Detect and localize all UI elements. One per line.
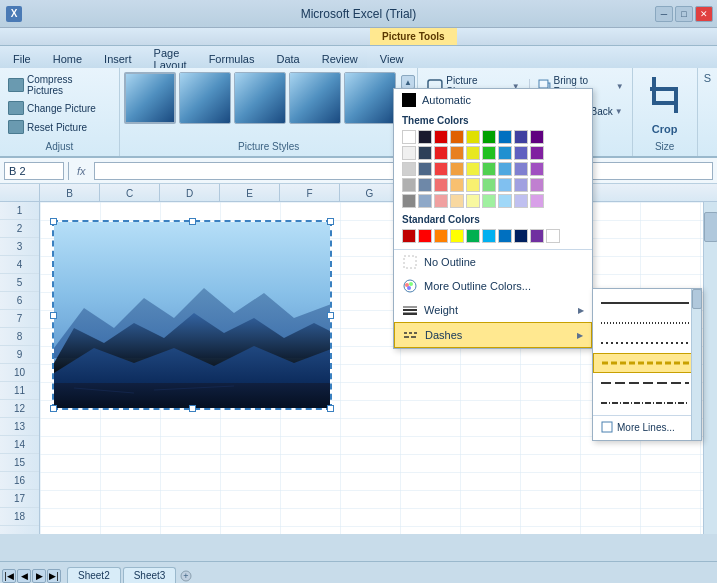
color-swatch[interactable] — [402, 130, 416, 144]
submenu-scrollbar[interactable] — [691, 289, 701, 440]
color-swatch[interactable] — [514, 194, 528, 208]
std-color-orange[interactable] — [434, 229, 448, 243]
color-swatch[interactable] — [466, 178, 480, 192]
color-swatch[interactable] — [514, 178, 528, 192]
color-swatch[interactable] — [418, 130, 432, 144]
handle-top-left[interactable] — [50, 218, 57, 225]
color-swatch[interactable] — [482, 130, 496, 144]
handle-bot-mid[interactable] — [189, 405, 196, 412]
color-swatch[interactable] — [450, 178, 464, 192]
handle-mid-right[interactable] — [327, 312, 334, 319]
menu-item-no-outline[interactable]: No Outline — [394, 250, 592, 274]
color-swatch[interactable] — [482, 178, 496, 192]
color-swatch[interactable] — [466, 194, 480, 208]
color-swatch[interactable] — [434, 162, 448, 176]
color-swatch[interactable] — [418, 194, 432, 208]
color-swatch[interactable] — [450, 194, 464, 208]
color-swatch[interactable] — [514, 162, 528, 176]
color-swatch[interactable] — [466, 146, 480, 160]
color-swatch[interactable] — [418, 178, 432, 192]
crop-button[interactable]: Crop — [646, 77, 684, 135]
tab-home2[interactable]: Home — [42, 48, 93, 68]
color-swatch[interactable] — [434, 146, 448, 160]
tab-file2[interactable]: File — [2, 48, 42, 68]
color-swatch[interactable] — [402, 178, 416, 192]
dash-solid[interactable] — [593, 293, 701, 313]
std-color-green[interactable] — [466, 229, 480, 243]
tab-pagelayout[interactable]: Page Layout — [143, 48, 198, 68]
color-swatch[interactable] — [434, 130, 448, 144]
dash-long[interactable] — [593, 373, 701, 393]
color-swatch[interactable] — [530, 146, 544, 160]
sheet-nav-next[interactable]: ▶ — [32, 569, 46, 583]
color-swatch[interactable] — [402, 146, 416, 160]
menu-item-dashes[interactable]: Dashes ▶ — [394, 322, 592, 348]
v-scroll-thumb[interactable] — [704, 212, 717, 242]
style-thumb-5[interactable] — [344, 72, 396, 124]
col-header-g[interactable]: G — [340, 184, 400, 202]
std-color-darkred[interactable] — [402, 229, 416, 243]
sheet-tab-sheet3[interactable]: Sheet3 — [123, 567, 177, 583]
col-header-f[interactable]: F — [280, 184, 340, 202]
std-color-blue[interactable] — [498, 229, 512, 243]
handle-mid-left[interactable] — [50, 312, 57, 319]
menu-item-automatic[interactable]: Automatic — [394, 89, 592, 111]
tab-review[interactable]: Review — [311, 48, 369, 68]
selected-picture[interactable] — [52, 220, 332, 410]
name-box[interactable] — [4, 162, 64, 180]
dash-dot[interactable] — [593, 393, 701, 413]
color-swatch[interactable] — [402, 162, 416, 176]
color-swatch[interactable] — [482, 162, 496, 176]
color-swatch[interactable] — [498, 194, 512, 208]
sheet-nav-first[interactable]: |◀ — [2, 569, 16, 583]
style-thumb-4[interactable] — [289, 72, 341, 124]
std-color-cyan[interactable] — [482, 229, 496, 243]
color-swatch[interactable] — [498, 178, 512, 192]
std-color-purple[interactable] — [530, 229, 544, 243]
color-swatch[interactable] — [402, 194, 416, 208]
color-swatch[interactable] — [530, 162, 544, 176]
dash-dotted[interactable] — [593, 333, 701, 353]
tab-insert2[interactable]: Insert — [93, 48, 143, 68]
v-scrollbar[interactable] — [703, 202, 717, 534]
color-swatch[interactable] — [514, 130, 528, 144]
color-swatch[interactable] — [530, 178, 544, 192]
col-header-c[interactable]: C — [100, 184, 160, 202]
sheet-add-button[interactable]: + — [180, 569, 194, 583]
color-swatch[interactable] — [450, 146, 464, 160]
dash-dotted-sm[interactable] — [593, 313, 701, 333]
change-picture-button[interactable]: Change Picture — [6, 99, 113, 117]
sheet-nav-last[interactable]: ▶| — [47, 569, 61, 583]
handle-bot-right[interactable] — [327, 405, 334, 412]
color-swatch[interactable] — [418, 146, 432, 160]
std-color-red[interactable] — [418, 229, 432, 243]
color-swatch[interactable] — [418, 162, 432, 176]
style-thumb-2[interactable] — [179, 72, 231, 124]
dash-dashed-med[interactable] — [593, 353, 701, 373]
color-swatch[interactable] — [434, 178, 448, 192]
color-swatch[interactable] — [466, 162, 480, 176]
handle-bot-left[interactable] — [50, 405, 57, 412]
reset-picture-button[interactable]: Reset Picture — [6, 118, 113, 136]
color-swatch[interactable] — [498, 130, 512, 144]
menu-item-weight[interactable]: Weight ▶ — [394, 298, 592, 322]
style-thumb-3[interactable] — [234, 72, 286, 124]
maximize-button[interactable]: □ — [675, 6, 693, 22]
color-swatch[interactable] — [530, 194, 544, 208]
minimize-button[interactable]: ─ — [655, 6, 673, 22]
col-header-e[interactable]: E — [220, 184, 280, 202]
styles-scroll-up[interactable]: ▲ — [401, 75, 415, 89]
std-color-darkblue[interactable] — [514, 229, 528, 243]
color-swatch[interactable] — [530, 130, 544, 144]
menu-item-more-colors[interactable]: More Outline Colors... — [394, 274, 592, 298]
col-header-b[interactable]: B — [40, 184, 100, 202]
color-swatch[interactable] — [482, 194, 496, 208]
submenu-scroll-thumb[interactable] — [692, 289, 702, 309]
color-swatch[interactable] — [482, 146, 496, 160]
compress-pictures-button[interactable]: Compress Pictures — [6, 72, 113, 98]
col-header-d[interactable]: D — [160, 184, 220, 202]
std-color-yellow[interactable] — [450, 229, 464, 243]
style-thumb-1[interactable] — [124, 72, 176, 124]
tab-view[interactable]: View — [369, 48, 415, 68]
color-swatch[interactable] — [466, 130, 480, 144]
